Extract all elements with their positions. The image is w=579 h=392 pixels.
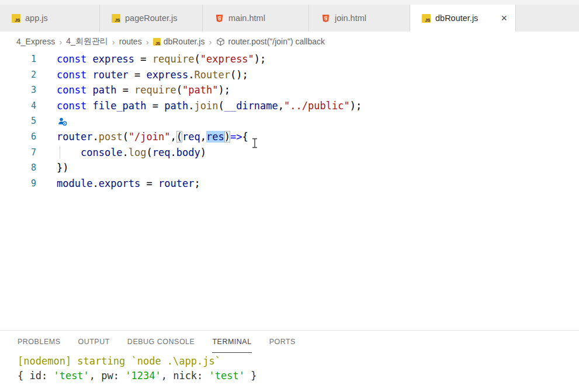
chevron-right-icon: › [59, 37, 62, 47]
panel-tab-problems[interactable]: PROBLEMS [18, 331, 60, 353]
chevron-right-icon: › [209, 37, 212, 47]
line-number[interactable]: 3 [0, 82, 36, 98]
line-number[interactable]: 5 [0, 113, 36, 129]
code-line[interactable]: 6router.post("/join",(req,res)=>{ [0, 129, 579, 145]
code-text [36, 113, 67, 129]
tab-bar: JSapp.jsJSpageRouter.jsmain.htmljoin.htm… [0, 5, 579, 32]
panel-tab-output[interactable]: OUTPUT [78, 331, 109, 353]
code-text: const path = require("path"); [36, 82, 230, 98]
panel-tab-terminal[interactable]: TERMINAL [212, 331, 251, 353]
tab-dbrouter-js[interactable]: JSdbRouter.js× [410, 5, 516, 32]
code-text: const express = require("express"); [36, 51, 266, 67]
breadcrumb: 4_Express›4_회원관리›routes›JSdbRouter.js›ro… [0, 32, 579, 51]
person-badge-icon [58, 115, 67, 124]
code-text: router.post("/join",(req,res)=>{ [36, 129, 248, 145]
js-file-icon: JS [422, 14, 431, 23]
breadcrumb-label: 4_회원관리 [66, 36, 108, 47]
tab-label: pageRouter.js [125, 13, 177, 23]
terminal-line: { id: 'test', pw: '1234', nick: 'test' } [18, 369, 579, 383]
symbol-cube-icon [216, 37, 225, 46]
tab-main-html[interactable]: main.html [203, 5, 309, 32]
line-number[interactable]: 6 [0, 129, 36, 145]
code-text: console.log(req.body) [36, 145, 206, 161]
html-file-icon [321, 13, 330, 23]
code-line[interactable]: 3const path = require("path"); [0, 82, 579, 98]
breadcrumb-label: router.post("/join") callback [228, 37, 325, 46]
panel-tab-ports[interactable]: PORTS [269, 331, 296, 353]
code-line[interactable]: 5 [0, 113, 579, 129]
titlebar-strip [0, 0, 579, 5]
code-text: module.exports = router; [36, 176, 200, 192]
code-text: const file_path = path.join(__dirname,".… [36, 98, 362, 114]
code-line[interactable]: 4const file_path = path.join(__dirname,"… [0, 98, 579, 114]
tab-pagerouter-js[interactable]: JSpageRouter.js [100, 5, 203, 32]
code-editor[interactable]: 1const express = require("express");2con… [0, 51, 579, 330]
breadcrumb-label: dbRouter.js [164, 37, 205, 46]
line-number[interactable]: 2 [0, 67, 36, 83]
breadcrumb-item-dbrouter-js[interactable]: JSdbRouter.js [153, 37, 205, 46]
js-file-icon: JS [112, 14, 120, 23]
terminal-line: [nodemon] starting `node .\app.js` [18, 354, 579, 369]
code-line[interactable]: 8}) [0, 160, 579, 176]
code-line[interactable]: 1const express = require("express"); [0, 51, 579, 67]
chevron-right-icon: › [112, 37, 115, 47]
breadcrumb-item-4-express[interactable]: 4_Express [16, 37, 55, 46]
close-icon[interactable]: × [498, 12, 509, 24]
tab-join-html[interactable]: join.html [309, 5, 410, 32]
breadcrumb-label: routes [119, 37, 142, 46]
panel-tab-bar: PROBLEMSOUTPUTDEBUG CONSOLETERMINALPORTS [0, 331, 579, 353]
code-line[interactable]: 9module.exports = router; [0, 176, 579, 192]
tab-label: app.js [25, 13, 48, 23]
indent-guide-line [60, 146, 60, 159]
tab-label: dbRouter.js [435, 13, 478, 23]
line-number[interactable]: 8 [0, 160, 36, 176]
chevron-right-icon: › [146, 37, 149, 47]
line-number[interactable]: 1 [0, 51, 36, 67]
tab-label: join.html [335, 13, 366, 23]
tab-label: main.html [228, 13, 265, 23]
breadcrumb-label: 4_Express [16, 37, 55, 46]
breadcrumb-item-routes[interactable]: routes [119, 37, 142, 46]
terminal-output[interactable]: [nodemon] starting `node .\app.js`{ id: … [0, 353, 579, 392]
panel-tab-debug-console[interactable]: DEBUG CONSOLE [127, 331, 195, 353]
tab-app-js[interactable]: JSapp.js [0, 5, 100, 32]
line-number[interactable]: 9 [0, 176, 36, 192]
line-number[interactable]: 7 [0, 145, 36, 161]
code-text: }) [36, 160, 68, 176]
breadcrumb-item-4-회원관리[interactable]: 4_회원관리 [66, 36, 108, 47]
breadcrumb-item-router-post-join-callback[interactable]: router.post("/join") callback [216, 37, 325, 46]
html-file-icon [214, 13, 224, 23]
line-number[interactable]: 4 [0, 98, 36, 114]
js-file-icon: JS [12, 14, 20, 23]
code-line[interactable]: 2const router = express.Router(); [0, 67, 579, 83]
bottom-panel: PROBLEMSOUTPUTDEBUG CONSOLETERMINALPORTS… [0, 330, 579, 392]
code-text: const router = express.Router(); [36, 67, 248, 83]
js-file-icon: JS [153, 38, 161, 46]
code-line[interactable]: 7 console.log(req.body) [0, 145, 579, 161]
